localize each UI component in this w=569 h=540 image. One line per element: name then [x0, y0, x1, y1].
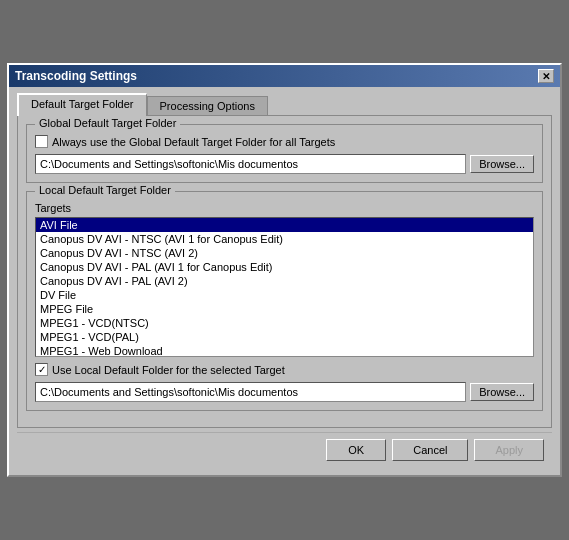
title-bar: Transcoding Settings ✕ — [9, 65, 560, 87]
targets-label: Targets — [35, 202, 534, 214]
dialog-body: Default Target Folder Processing Options… — [9, 87, 560, 475]
global-group-legend: Global Default Target Folder — [35, 117, 180, 129]
tab-default-target-folder[interactable]: Default Target Folder — [17, 93, 147, 116]
dialog-footer: OK Cancel Apply — [17, 432, 552, 467]
list-item[interactable]: Canopus DV AVI - PAL (AVI 1 for Canopus … — [36, 260, 533, 274]
cancel-button[interactable]: Cancel — [392, 439, 468, 461]
local-browse-button[interactable]: Browse... — [470, 383, 534, 401]
global-always-use-checkbox[interactable] — [35, 135, 48, 148]
global-browse-button[interactable]: Browse... — [470, 155, 534, 173]
tab-processing-options[interactable]: Processing Options — [147, 96, 268, 115]
use-local-checkbox-label: Use Local Default Folder for the selecte… — [52, 364, 285, 376]
local-group-inner: Targets AVI FileCanopus DV AVI - NTSC (A… — [35, 202, 534, 402]
list-item[interactable]: MPEG1 - VCD(NTSC) — [36, 316, 533, 330]
list-item[interactable]: MPEG1 - VCD(PAL) — [36, 330, 533, 344]
global-checkbox-label: Always use the Global Default Target Fol… — [52, 136, 335, 148]
use-local-checkbox[interactable] — [35, 363, 48, 376]
local-path-input[interactable] — [35, 382, 466, 402]
ok-button[interactable]: OK — [326, 439, 386, 461]
list-item[interactable]: Canopus DV AVI - NTSC (AVI 1 for Canopus… — [36, 232, 533, 246]
apply-button[interactable]: Apply — [474, 439, 544, 461]
global-group-inner: Always use the Global Default Target Fol… — [35, 135, 534, 174]
use-local-checkbox-row: Use Local Default Folder for the selecte… — [35, 363, 534, 376]
local-path-row: Browse... — [35, 382, 534, 402]
list-item[interactable]: AVI File — [36, 218, 533, 232]
global-target-group: Global Default Target Folder Always use … — [26, 124, 543, 183]
dialog-title: Transcoding Settings — [15, 69, 137, 83]
tab-strip: Default Target Folder Processing Options — [17, 93, 552, 115]
global-checkbox-row: Always use the Global Default Target Fol… — [35, 135, 534, 148]
list-item[interactable]: MPEG File — [36, 302, 533, 316]
list-item[interactable]: DV File — [36, 288, 533, 302]
list-item[interactable]: MPEG1 - Web Download — [36, 344, 533, 357]
close-button[interactable]: ✕ — [538, 69, 554, 83]
transcoding-settings-dialog: Transcoding Settings ✕ Default Target Fo… — [7, 63, 562, 477]
targets-list[interactable]: AVI FileCanopus DV AVI - NTSC (AVI 1 for… — [35, 217, 534, 357]
local-group-legend: Local Default Target Folder — [35, 184, 175, 196]
global-path-row: Browse... — [35, 154, 534, 174]
local-target-group: Local Default Target Folder Targets AVI … — [26, 191, 543, 411]
list-item[interactable]: Canopus DV AVI - NTSC (AVI 2) — [36, 246, 533, 260]
tab-content: Global Default Target Folder Always use … — [17, 115, 552, 428]
list-item[interactable]: Canopus DV AVI - PAL (AVI 2) — [36, 274, 533, 288]
global-path-input[interactable] — [35, 154, 466, 174]
